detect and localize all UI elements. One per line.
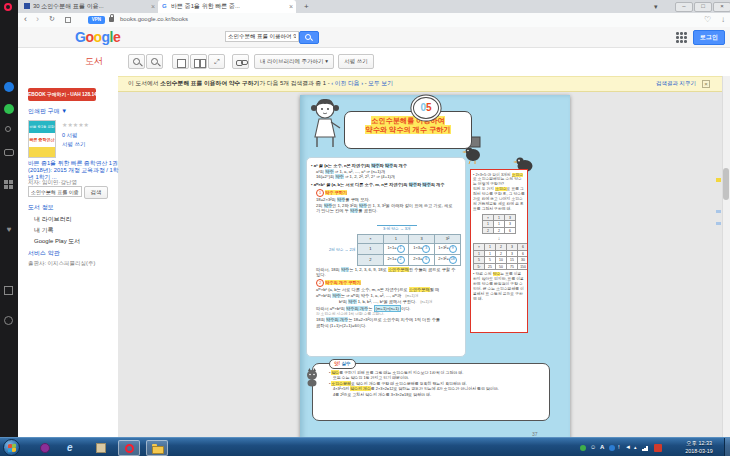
google-play-books-link[interactable]: Google Play 도서 <box>34 237 80 246</box>
google-logo[interactable]: Google <box>75 29 120 45</box>
my-history-link[interactable]: 내 기록 <box>34 226 54 235</box>
opera-logo-icon[interactable] <box>4 3 12 11</box>
scrollbar-thumb[interactable] <box>723 168 729 200</box>
gallery-icon[interactable] <box>4 286 13 295</box>
add-to-library-button[interactable]: 내 라이브러리에 추가하기 ▾ <box>254 54 334 69</box>
tray-network-icon[interactable] <box>642 446 649 451</box>
search-results-notice-bar: 이 도서에서 소인수분해 표를 이용하여 약수 구하기가 다음 5개 검색결과 … <box>118 76 722 92</box>
hl-term: 약수 <box>359 203 367 208</box>
tab1-close-icon[interactable]: × <box>151 0 155 13</box>
tab1-title: 30 소인수분해 표를 이용... <box>33 3 104 9</box>
taskbar-app-notes[interactable] <box>90 440 112 456</box>
taskbar-app-opera-active[interactable] <box>118 440 140 456</box>
new-tab-button[interactable]: + <box>304 0 309 13</box>
taskbar-app-ie[interactable]: e <box>62 440 84 456</box>
get-link-button[interactable] <box>232 54 249 69</box>
window-minimize-button[interactable]: – <box>675 2 693 12</box>
terms-of-service-link[interactable]: 서비스 약관 <box>28 249 60 258</box>
bookmarks-heart-icon[interactable]: ♥ <box>4 225 14 235</box>
search-icon[interactable] <box>5 126 11 132</box>
messenger-icon[interactable] <box>4 82 14 92</box>
whatsapp-icon[interactable] <box>4 104 14 114</box>
write-review-button[interactable]: 서평 쓰기 <box>338 54 374 69</box>
two-page-view-button[interactable] <box>190 54 207 69</box>
start-button[interactable] <box>3 439 20 456</box>
search-hit-marker[interactable] <box>716 178 721 182</box>
buy-print-link[interactable]: 인쇄판 구매 ▼ <box>28 107 67 116</box>
view-all-results-link[interactable]: 모두 보기 <box>368 80 393 86</box>
previous-result-link[interactable]: ‹ 이전 <box>331 80 346 86</box>
snapshot-camera-icon[interactable] <box>4 149 14 156</box>
forward-button[interactable]: › <box>36 14 39 24</box>
url-text[interactable]: books.google.co.kr/books <box>120 16 188 22</box>
mistake-line5: 4를 2²으로 고쳐서 약수의 개수를 3×3×2=18로 답해야 돼. <box>329 392 543 397</box>
search-button[interactable] <box>299 31 319 44</box>
apps-grid-icon[interactable] <box>676 32 687 43</box>
search-hit-marker[interactable] <box>716 210 721 213</box>
taskbar-app-media[interactable] <box>34 440 56 456</box>
tray-alert-icon[interactable]: ! <box>618 442 620 452</box>
margin-small-table-1: ×13 113 226 <box>482 214 516 235</box>
step2-rule-mid: 는 <box>368 306 373 311</box>
next-result-link[interactable]: 다음 › <box>348 80 363 86</box>
tray-messenger-icon[interactable] <box>654 444 662 452</box>
star-rating[interactable]: ★★★★★ <box>62 121 89 128</box>
step1-conclusion: 따라서, 18의 <box>316 267 341 272</box>
tab2-close-icon[interactable]: × <box>289 0 293 13</box>
windows-flag-icon <box>8 444 16 453</box>
tray-ime-indicator[interactable]: A <box>600 442 604 452</box>
browser-tab-2-active[interactable]: G바쁜 중1을 위한 빠른 중... × <box>158 0 296 13</box>
step1-conclusion-post: 한 수들의 곱으로 구할 수 <box>409 267 456 272</box>
tray-green-icon[interactable] <box>580 445 586 451</box>
browser-tab-1[interactable]: 30 소인수분해 표를 이용... × <box>20 0 158 13</box>
sec1-heading-post: 의 개수 <box>393 163 407 168</box>
book-title-link[interactable]: 바쁜 중1을 위한 빠른 중학연산 1권 (2018년): 2015 개정 교육… <box>28 160 120 180</box>
clear-search-link[interactable]: 검색결과 지우기 <box>656 77 696 90</box>
in-book-search-button[interactable]: 검색 <box>84 186 108 199</box>
book-info-link[interactable]: 도서 정보 <box>28 203 54 212</box>
reload-button[interactable]: ↻ <box>49 15 55 23</box>
vpn-badge[interactable]: VPN <box>88 16 105 24</box>
taskbar-app-explorer[interactable] <box>146 440 168 456</box>
margin-note-3-post: 는 표를 이용하지 않아도 되지만, 표를 이용하면 약수를 빠짐없이 구할 수… <box>473 272 524 301</box>
download-icon[interactable]: ↓ <box>721 15 725 24</box>
notice-close-icon[interactable]: × <box>702 80 710 88</box>
show-desktop-button[interactable] <box>724 438 730 456</box>
viewer-scrollbar[interactable] <box>722 76 730 437</box>
sidebar-toggle-icon[interactable] <box>65 17 71 23</box>
window-maximize-button[interactable]: □ <box>694 2 712 12</box>
my-library-link[interactable]: 내 라이브러리 <box>34 215 72 224</box>
speed-dial-grid-icon[interactable] <box>4 180 13 189</box>
tab-menu-icon[interactable]: ▾ <box>654 0 658 13</box>
search-input[interactable] <box>225 31 299 42</box>
tab2-title: 바쁜 중1을 위한 빠른 중... <box>171 3 240 9</box>
tray-speaker-icon[interactable]: ◄ <box>625 442 631 452</box>
sec2-heading: • aᵐ×bⁿ 꼴 (a, b는 서로 다른 소수, m, n은 자연수)의 <box>311 182 409 187</box>
zoom-out-button[interactable] <box>128 54 145 69</box>
step2-example-2: 곱하여 (1+1)×(2+1)=6이다. <box>311 323 461 329</box>
login-button[interactable]: 로그인 <box>693 30 725 45</box>
taskbar-clock[interactable]: 오후 12:33 2018-03-19 <box>676 440 722 455</box>
zoom-out-icon <box>133 58 140 65</box>
window-close-button[interactable]: × <box>713 2 730 12</box>
zoom-in-button[interactable] <box>146 54 163 69</box>
book-cover-thumbnail[interactable]: 바쁜 중1을 위한 빠른 중학연산 <box>28 120 56 158</box>
tray-hidden-icons-arrow[interactable]: ▴ <box>634 442 637 452</box>
back-button[interactable]: ‹ <box>24 14 27 24</box>
tray-blue-icon[interactable] <box>609 445 615 451</box>
fullscreen-button[interactable]: ⤢ <box>208 54 225 69</box>
in-book-search-input[interactable] <box>28 186 82 197</box>
tray-user-icon[interactable]: ☺ <box>590 442 596 452</box>
step1-number-icon: 1 <box>316 189 324 197</box>
search-hit-marker[interactable] <box>716 222 721 225</box>
hl-term: 소인수분해 <box>388 267 409 272</box>
buy-ebook-button[interactable]: EBOOK 구매하기 - UAH 128.14 <box>28 88 96 101</box>
step2-line2-post: 는 ⇒ aᵐ의 약수 1, a, a², …, aᵐ과 <box>341 293 401 298</box>
write-review-link[interactable]: 서평 쓰기 <box>62 141 86 148</box>
review-count-link[interactable]: 0 서평 <box>62 132 78 139</box>
logo-letter: G <box>75 29 85 45</box>
single-page-view-button[interactable] <box>172 54 189 69</box>
history-clock-icon[interactable] <box>4 316 13 325</box>
secure-lock-icon <box>109 17 114 22</box>
favorite-heart-icon[interactable]: ♡ <box>704 15 711 24</box>
